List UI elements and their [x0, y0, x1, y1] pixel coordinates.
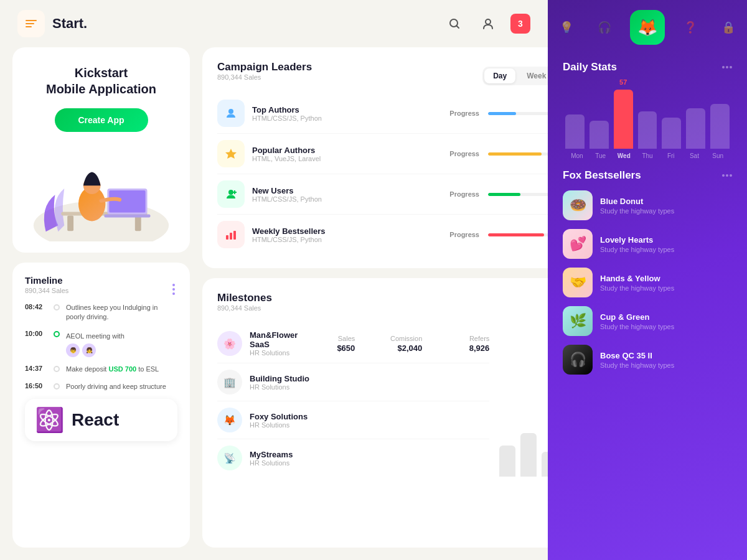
svg-rect-11 [109, 190, 145, 213]
sidebar-nav-question[interactable]: ❓ [678, 15, 703, 40]
hero-illustration [27, 142, 175, 241]
main-area: Start. 3 Kickstart [0, 0, 548, 560]
svg-rect-0 [26, 20, 37, 21]
daily-stats-header: Daily Stats [563, 61, 732, 73]
header-left: Start. [17, 10, 87, 37]
chart-day-sat: Sat [683, 152, 707, 159]
milestones-chart [499, 324, 548, 477]
avatar: 👦 [66, 343, 80, 357]
timeline-item: 16:50 Poorly driving and keep structure [25, 382, 177, 391]
sidebar-nav-fox-active[interactable]: 🦊 [630, 10, 665, 45]
campaign-card: Campaign Leaders 890,344 Sales Day Week … [202, 47, 548, 268]
tab-week[interactable]: Week [518, 68, 548, 83]
milestone-icon-foxy: 🦊 [217, 408, 242, 432]
progress-bar-weekly-bestsellers [488, 233, 544, 236]
bestseller-item-bose-qc35: 🎧 Bose QC 35 II Study the highway types [563, 345, 732, 375]
chart-day-sun: Sun [706, 152, 730, 159]
chart-day-tue: Tue [589, 152, 613, 159]
right-sidebar: 💡 🎧 🦊 ❓ 🔒 Daily Stats [548, 0, 747, 560]
milestone-row-building-studio: 🏢 Building Studio HR Solutions [217, 363, 489, 401]
bestseller-img-lovely-hearts: 💕 [563, 229, 593, 259]
timeline-title: Timeline [25, 275, 68, 286]
search-icon[interactable] [443, 12, 466, 35]
milestones-header: Milestones 890,344 Sales [217, 292, 548, 322]
chart-bar-wed [614, 90, 633, 149]
timeline-item: 14:37 Make deposit USD 700 to ESL [25, 365, 177, 374]
avatar: 👧 [82, 343, 96, 357]
campaign-row-popular-authors: Popular Authors HTML, VueJS, Laravel Pro… [217, 134, 548, 174]
content-area: Kickstart Mobile Application Create App [0, 47, 548, 560]
react-icon: ⚛️ [35, 406, 64, 434]
milestone-row-manflower: 🌸 Man&Flower SaaS HR Solutions Sales $65… [217, 324, 489, 363]
progress-bar-popular-authors [488, 152, 541, 156]
milestone-icon-building-studio: 🏢 [217, 370, 242, 394]
campaign-title: Campaign Leaders [217, 61, 312, 73]
campaign-row-top-authors: Top Authors HTML/CSS/JS, Python Progress… [217, 93, 548, 134]
svg-rect-22 [233, 231, 236, 240]
daily-stats-title: Daily Stats [563, 61, 617, 73]
daily-stats-section: Daily Stats [548, 55, 747, 159]
svg-rect-1 [26, 23, 34, 24]
kickstart-title: Kickstart Mobile Application [27, 65, 175, 97]
chart-bar-tue [590, 121, 609, 149]
sidebar-nav-lock[interactable]: 🔒 [716, 15, 741, 40]
timeline-item: 08:42 Outlines keep you Indulging in poo… [25, 303, 177, 322]
bestseller-img-bose-qc35: 🎧 [563, 345, 593, 375]
svg-rect-9 [135, 216, 141, 231]
header-right: 3 [443, 12, 530, 35]
milestone-row-foxy: 🦊 Foxy Solutions HR Solutions [217, 401, 489, 439]
timeline-subtitle: 890,344 Sales [25, 287, 68, 294]
bestseller-img-hands-yellow: 🤝 [563, 268, 593, 297]
chart-bar-sun [710, 104, 730, 149]
campaign-row-weekly-bestsellers: Weekly Bestsellers HTML/CSS/JS, Python P… [217, 215, 548, 254]
milestones-title: Milestones [217, 292, 272, 304]
chart-peak-label: 57 [619, 78, 627, 86]
sidebar-topnav: 💡 🎧 🦊 ❓ 🔒 [548, 0, 747, 55]
campaign-icon-new-users [217, 180, 245, 208]
svg-rect-20 [226, 235, 228, 240]
campaign-row-new-users: New Users HTML/CSS/JS, Python Progress 5… [217, 174, 548, 215]
campaign-icon-weekly-bestsellers [217, 221, 245, 248]
fox-bestsellers-menu[interactable] [722, 174, 732, 177]
milestones-body: 🌸 Man&Flower SaaS HR Solutions Sales $65… [217, 324, 548, 477]
fox-bestsellers-title: Fox Bestsellers [563, 169, 641, 182]
svg-point-5 [486, 19, 491, 24]
chart-bar-thu [638, 111, 657, 149]
sidebar-nav-lightbulb[interactable]: 💡 [554, 15, 579, 40]
timeline-card: Timeline 890,344 Sales 08:42 Outlines ke… [12, 263, 190, 548]
campaign-icon-top-authors [217, 100, 245, 127]
react-badge: ⚛️ React [25, 399, 177, 441]
bestseller-item-lovely-hearts: 💕 Lovely Hearts Study the highway types [563, 229, 732, 259]
milestone-row-mystreams: 📡 MyStreams HR Solutions [217, 439, 489, 477]
notification-badge[interactable]: 3 [510, 14, 530, 34]
svg-point-15 [228, 109, 233, 114]
progress-bar-top-authors [488, 112, 516, 115]
tab-day[interactable]: Day [484, 68, 515, 83]
chart-bar-mon [565, 114, 585, 149]
svg-line-4 [457, 26, 459, 29]
progress-bar-new-users [488, 193, 520, 196]
bestseller-item-cup-green: 🌿 Cup & Green Study the highway types [563, 306, 732, 336]
campaign-header: Campaign Leaders 890,344 Sales Day Week … [217, 61, 548, 91]
svg-marker-16 [225, 149, 237, 159]
fox-bestsellers-section: Fox Bestsellers 🍩 Blue Donut Study the h… [548, 159, 747, 560]
sidebar-nav-headphone[interactable]: 🎧 [592, 15, 617, 40]
bestseller-item-hands-yellow: 🤝 Hands & Yellow Study the highway types [563, 268, 732, 297]
milestones-list: 🌸 Man&Flower SaaS HR Solutions Sales $65… [217, 324, 489, 477]
fox-bestsellers-header: Fox Bestsellers [563, 169, 732, 182]
campaign-subtitle: 890,344 Sales [217, 73, 312, 81]
campaign-icon-popular-authors [217, 140, 245, 167]
daily-stats-menu[interactable] [722, 66, 732, 68]
milestones-subtitle: 890,344 Sales [217, 304, 272, 312]
middle-column: Campaign Leaders 890,344 Sales Day Week … [202, 47, 548, 548]
svg-rect-12 [104, 215, 150, 218]
chart-day-wed: Wed [612, 152, 636, 159]
left-column: Kickstart Mobile Application Create App [12, 47, 190, 548]
user-icon[interactable] [477, 12, 499, 35]
svg-rect-2 [26, 26, 32, 27]
chart-day-mon: Mon [565, 152, 589, 159]
timeline-menu[interactable] [170, 282, 177, 296]
svg-rect-21 [230, 233, 232, 240]
create-app-button[interactable]: Create App [55, 108, 148, 132]
tab-group: Day Week Month [482, 67, 548, 85]
